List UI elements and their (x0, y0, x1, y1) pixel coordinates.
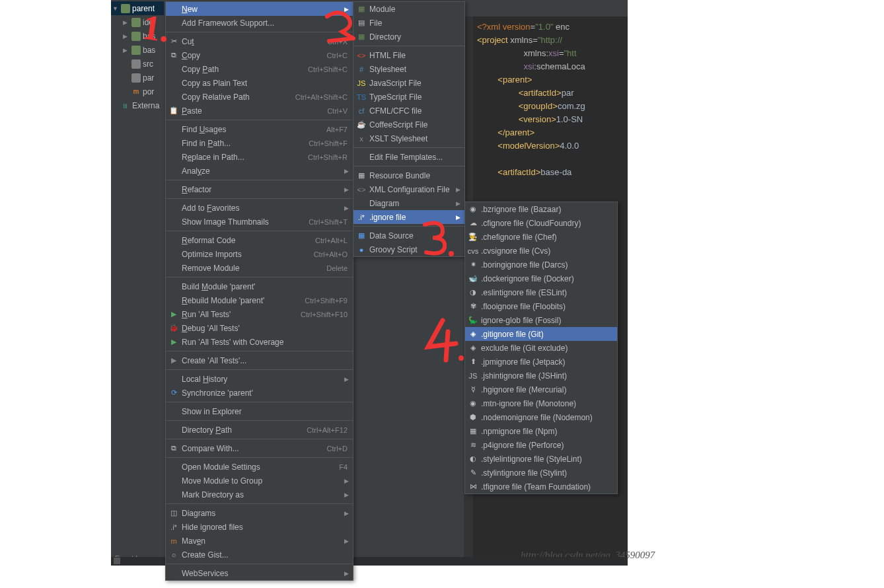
menu-item-npmignore-file-npm[interactable]: ▦.npmignore file (Npm) (465, 424, 617, 438)
menu-item-paste[interactable]: 📋PasteCtrl+V (166, 104, 353, 118)
menu-icon: ⋈ (468, 482, 478, 492)
menu-item-move-module-to-group[interactable]: Move Module to Group▶ (166, 474, 353, 488)
ignore-file-submenu[interactable]: ◉.bzrignore file (Bazaar)☁.cfignore file… (464, 202, 618, 494)
menu-item-chefignore-file-chef[interactable]: 👨‍🍳.chefignore file (Chef) (465, 230, 617, 244)
menu-item-directory[interactable]: ▦Directory (353, 30, 464, 44)
menu-item-javascript-file[interactable]: JSJavaScript File (353, 76, 464, 90)
menu-item-find-usages[interactable]: Find UsagesAlt+F7 (166, 122, 353, 136)
tree-item[interactable]: src (111, 57, 164, 71)
menu-item-xslt-stylesheet[interactable]: xXSLT Stylesheet (353, 131, 464, 145)
menu-item-directory-path[interactable]: Directory PathCtrl+Alt+F12 (166, 423, 353, 437)
tree-item[interactable]: ⫼Externa (111, 98, 164, 112)
menu-item-tfignore-file-team-foundation[interactable]: ⋈.tfignore file (Team Foundation) (465, 480, 617, 494)
menu-item-copy-path[interactable]: Copy PathCtrl+Shift+C (166, 62, 353, 76)
menu-item-cvsignore-file-cvs[interactable]: cvs.cvsignore file (Cvs) (465, 244, 617, 258)
menu-item-build-module-parent[interactable]: Build Module 'parent' (166, 279, 353, 293)
menu-item-copy[interactable]: ⧉CopyCtrl+C (166, 48, 353, 62)
menu-item-analyze[interactable]: Analyze▶ (166, 164, 353, 178)
menu-item-stylelintignore-file-stylelint[interactable]: ◐.stylelintignore file (StyleLint) (465, 452, 617, 466)
menu-item-hgignore-file-mercurial[interactable]: ☿.hgignore file (Mercurial) (465, 383, 617, 396)
new-submenu[interactable]: ▦Module▤File▦Directory<>HTML File#Styles… (353, 1, 465, 257)
menu-item-label: Add Framework Support... (182, 18, 348, 28)
menu-item-run-all-tests-with-coverage[interactable]: ▶Run 'All Tests' with Coverage (166, 335, 353, 349)
menu-shortcut: Ctrl+Shift+R (308, 153, 348, 161)
menu-item-add-to-favorites[interactable]: Add to Favorites▶ (166, 201, 353, 215)
tree-item[interactable]: ▶bas (111, 29, 164, 43)
menu-item-copy-as-plain-text[interactable]: Copy as Plain Text (166, 76, 353, 90)
menu-shortcut: Alt+F7 (326, 126, 348, 133)
menu-item-resource-bundle[interactable]: ▦Resource Bundle (353, 168, 464, 182)
menu-item-compare-with[interactable]: ⧉Compare With...Ctrl+D (166, 441, 353, 455)
project-tree[interactable]: ▼ parent ▶ide▶bas▶bassrcparmpor⫼Externa (111, 0, 164, 566)
menu-item-open-module-settings[interactable]: Open Module SettingsF4 (166, 460, 353, 474)
menu-item-webservices[interactable]: WebServices▶ (166, 566, 353, 580)
menu-item-bzrignore-file-bazaar[interactable]: ◉.bzrignore file (Bazaar) (465, 202, 617, 216)
menu-item-refactor[interactable]: Refactor▶ (166, 182, 353, 196)
menu-item-optimize-imports[interactable]: Optimize ImportsCtrl+Alt+O (166, 247, 353, 261)
menu-item-exclude-file-git-exclude[interactable]: ◈exclude file (Git exclude) (465, 341, 617, 355)
menu-separator (166, 231, 353, 231)
menu-item-label: Paste (182, 106, 314, 116)
menu-item-stylesheet[interactable]: #Stylesheet (353, 62, 464, 76)
tree-item[interactable]: mpor (111, 85, 164, 98)
folder2-icon (131, 59, 141, 69)
menu-item-debug-all-tests[interactable]: 🐞Debug 'All Tests' (166, 321, 353, 335)
menu-item-groovy-script[interactable]: ●Groovy Script (353, 242, 464, 256)
menu-item-show-image-thumbnails[interactable]: Show Image ThumbnailsCtrl+Shift+T (166, 215, 353, 229)
menu-item-diagrams[interactable]: ◫Diagrams▶ (166, 506, 353, 520)
menu-item-typescript-file[interactable]: TSTypeScript File (353, 90, 464, 104)
context-menu[interactable]: New▶Add Framework Support...✂CutCtrl+X⧉C… (165, 1, 353, 581)
menu-item-cfml-cfc-file[interactable]: cfCFML/CFC file (353, 104, 464, 118)
menu-item-jpmignore-file-jetpack[interactable]: ⬆.jpmignore file (Jetpack) (465, 355, 617, 369)
tree-item[interactable]: ▶bas (111, 43, 164, 57)
menu-item-eslintignore-file-eslint[interactable]: ◑.eslintignore file (ESLint) (465, 285, 617, 299)
menu-item-html-file[interactable]: <>HTML File (353, 48, 464, 62)
menu-item-synchronize-parent[interactable]: ⟳Synchronize 'parent' (166, 386, 353, 400)
menu-item-boringignore-file-darcs[interactable]: ✷.boringignore file (Darcs) (465, 258, 617, 272)
menu-item-diagram[interactable]: Diagram▶ (353, 196, 464, 210)
menu-item-find-in-path[interactable]: Find in Path...Ctrl+Shift+F (166, 136, 353, 150)
tree-item[interactable]: ▶ide (111, 15, 164, 29)
menu-item-p4ignore-file-perforce[interactable]: ≋.p4ignore file (Perforce) (465, 438, 617, 452)
menu-item-local-history[interactable]: Local History▶ (166, 372, 353, 386)
menu-item-data-source[interactable]: ▦Data Source (353, 229, 464, 242)
menu-item-label: .eslintignore file (ESLint) (481, 288, 612, 297)
menu-item-module[interactable]: ▦Module (353, 2, 464, 16)
menu-item-copy-relative-path[interactable]: Copy Relative PathCtrl+Alt+Shift+C (166, 90, 353, 104)
menu-item-hide-ignored-files[interactable]: .i*Hide ignored files (166, 520, 353, 534)
menu-item-reformat-code[interactable]: Reformat CodeCtrl+Alt+L (166, 233, 353, 247)
menu-item-remove-module[interactable]: Remove ModuleDelete (166, 261, 353, 275)
menu-item-rebuild-module-parent[interactable]: Rebuild Module 'parent'Ctrl+Shift+F9 (166, 293, 353, 307)
menu-item-dockerignore-file-docker[interactable]: 🐋.dockerignore file (Docker) (465, 272, 617, 285)
menu-item-stylintignore-file-stylint[interactable]: ✎.stylintignore file (Stylint) (465, 466, 617, 480)
menu-item-xml-configuration-file[interactable]: <>XML Configuration File▶ (353, 182, 464, 196)
menu-item-show-in-explorer[interactable]: Show in Explorer (166, 404, 353, 418)
menu-item-label: .stylelintignore file (StyleLint) (481, 455, 612, 464)
menu-icon: ● (356, 244, 367, 255)
menu-item-cfignore-file-cloudfoundry[interactable]: ☁.cfignore file (CloudFoundry) (465, 216, 617, 230)
menu-item-run-all-tests[interactable]: ▶Run 'All Tests'Ctrl+Shift+F10 (166, 307, 353, 321)
menu-item-coffeescript-file[interactable]: ☕CoffeeScript File (353, 118, 464, 131)
menu-item-maven[interactable]: mMaven▶ (166, 534, 353, 548)
menu-item-file[interactable]: ▤File (353, 16, 464, 30)
menu-item-gitignore-file-git[interactable]: ◈.gitignore file (Git) (465, 327, 617, 341)
tree-root[interactable]: ▼ parent (111, 1, 164, 15)
menu-item-edit-file-templates[interactable]: Edit File Templates... (353, 150, 464, 164)
menu-item-add-framework-support[interactable]: Add Framework Support... (166, 16, 353, 30)
menu-item-jshintignore-file-jshint[interactable]: JS.jshintignore file (JSHint) (465, 369, 617, 383)
menu-item-replace-in-path[interactable]: Replace in Path...Ctrl+Shift+R (166, 150, 353, 164)
menu-item-label: Debug 'All Tests' (182, 324, 348, 333)
menu-item-nodemonignore-file-nodemon[interactable]: ⬢.nodemonignore file (Nodemon) (465, 410, 617, 424)
menu-item-ignore-file[interactable]: .i*.ignore file▶ (353, 210, 464, 224)
menu-item-mark-directory-as[interactable]: Mark Directory as▶ (166, 488, 353, 501)
menu-item-ignore-glob-file-fossil[interactable]: 🦕ignore-glob file (Fossil) (465, 313, 617, 327)
tree-item[interactable]: par (111, 71, 164, 85)
submenu-arrow-icon: ▶ (456, 186, 460, 193)
menu-item-flooignore-file-floobits[interactable]: ✾.flooignore file (Floobits) (465, 299, 617, 313)
tree-item-label: por (143, 87, 154, 96)
menu-item-create-all-tests[interactable]: ▶Create 'All Tests'... (166, 353, 353, 367)
menu-item-mtn-ignore-file-monotone[interactable]: ◉.mtn-ignore file (Monotone) (465, 396, 617, 410)
menu-item-create-gist[interactable]: ○Create Gist... (166, 548, 353, 562)
menu-item-cut[interactable]: ✂CutCtrl+X (166, 34, 353, 48)
menu-item-new[interactable]: New▶ (166, 2, 353, 16)
